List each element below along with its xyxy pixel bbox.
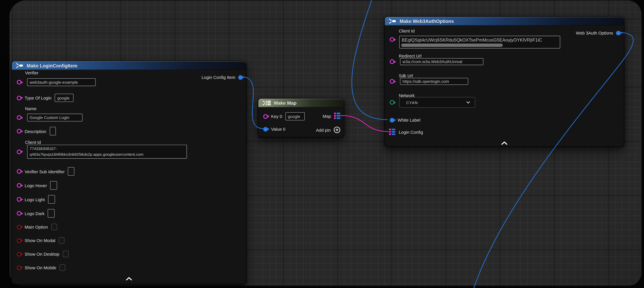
make-struct-icon (16, 63, 24, 68)
name-pin[interactable] (17, 115, 21, 120)
node-header[interactable]: Make LoginConfigItem (12, 61, 246, 70)
logo-hover-pin[interactable] (17, 183, 21, 188)
make-struct-icon (388, 19, 397, 24)
pin-label: Logo Light (25, 197, 45, 202)
name-input[interactable]: Google Custom Login (27, 114, 82, 121)
client-id-scrollbar[interactable] (401, 44, 503, 47)
network-dropdown[interactable]: CYAN (399, 97, 475, 108)
network-pin[interactable] (390, 100, 394, 105)
show-on-mobile-checkbox[interactable] (60, 264, 65, 271)
dropdown-chevron-icon (466, 101, 470, 104)
sdk-url-pin[interactable] (390, 79, 394, 84)
pin-label: Show On Desktop (25, 251, 60, 256)
pin-label: Logo Dark (25, 211, 44, 216)
collapse-chevron-icon[interactable] (501, 141, 508, 145)
show-on-desktop-checkbox[interactable] (63, 251, 68, 257)
type-of-login-input[interactable]: google (55, 94, 74, 102)
node-title: Make Map (274, 101, 296, 106)
node-title: Make LoginConfigItem (27, 63, 77, 68)
output-pin-label: Web 3Auth Options (576, 31, 613, 36)
pin-label: Logo Hover (25, 183, 47, 188)
node-header[interactable]: Make Map (258, 99, 344, 107)
pin-label: Show On Mobile (25, 265, 56, 270)
collapse-chevron-icon[interactable] (126, 277, 132, 280)
show-on-desktop-pin[interactable] (17, 252, 21, 256)
pin-label: Verifier (25, 70, 38, 76)
login-config-map-pin[interactable] (389, 129, 396, 136)
client-id-input[interactable]: 774338308167-q463s7kpvja16l4l0kko3nb925i… (27, 145, 187, 159)
logo-dark-pin[interactable] (17, 211, 21, 215)
verifier-pin[interactable] (17, 80, 21, 84)
client-id-pin[interactable] (390, 37, 394, 42)
pin-label: Type Of Login (25, 95, 52, 100)
client-id-input[interactable]: BEglQSgt4cUWcj6SKRdu5QkOXTsePmMcusG5EAoy… (399, 36, 560, 49)
pin-label: Value 0 (271, 127, 286, 132)
client-id-pin[interactable] (17, 149, 21, 154)
output-pin-label: Login Config Item (202, 75, 235, 80)
pin-label: Show On Modal (25, 238, 56, 243)
client-id-text: BEglQSgt4cUWcj6SKRdu5QkOXTsePmMcusG5EAoy… (402, 38, 559, 43)
make-map-icon (262, 100, 271, 106)
show-on-modal-pin[interactable] (17, 238, 21, 243)
node-header[interactable]: Make Web3AuthOptions (385, 17, 624, 26)
key0-pin[interactable] (263, 114, 268, 119)
description-pin[interactable] (17, 129, 21, 133)
network-selected-value: CYAN (406, 100, 418, 105)
node-title: Make Web3AuthOptions (400, 19, 454, 24)
add-pin-label: Add pin (316, 127, 331, 132)
client-id-line1: 774338308167- (30, 146, 57, 152)
redirect-url-input[interactable]: w3a://com.w3a.Web3AuthUnreal (400, 58, 484, 65)
verifier-sub-identifier-input[interactable] (68, 167, 74, 176)
pin-label: Key 0 (271, 114, 282, 119)
pin-label: Sdk Url (399, 73, 413, 78)
output-pin-label: Map (322, 113, 331, 118)
web3auth-options-output-pin[interactable] (616, 31, 620, 35)
logo-light-input[interactable] (48, 195, 55, 204)
verifier-input[interactable]: web3auth-google-example (27, 78, 96, 86)
value0-pin[interactable] (263, 127, 268, 131)
add-pin-icon[interactable] (334, 126, 340, 133)
node-make-loginconfigitem[interactable]: Make LoginConfigItem Login Config Item V… (12, 61, 246, 284)
white-label-pin[interactable] (390, 118, 394, 122)
key0-input[interactable]: google (286, 112, 305, 120)
pin-label: White Label (398, 118, 420, 123)
login-config-item-output-pin[interactable] (238, 75, 243, 80)
sdk-url-input[interactable]: https://sdk.openlogin.com (400, 78, 468, 85)
client-id-line2: q463s7kpvja16l4l0kko3nb925ikds2p.apps.go… (30, 152, 144, 157)
pin-label: Name (25, 106, 36, 111)
logo-dark-input[interactable] (48, 209, 55, 218)
pin-label: Login Config (399, 130, 423, 134)
main-option-checkbox[interactable] (51, 224, 57, 230)
pin-label: Client Id (25, 139, 41, 145)
pin-label: Main Option (25, 224, 48, 229)
pin-label: Description (25, 129, 46, 134)
logo-light-pin[interactable] (17, 197, 21, 202)
description-input[interactable] (50, 127, 56, 135)
logo-hover-input[interactable] (50, 181, 57, 190)
pin-label: Client Id (399, 28, 414, 34)
node-make-map[interactable]: Make Map Key 0 google Map Value 0 Add pi… (258, 98, 344, 137)
pin-label: Redirect Url (399, 53, 422, 59)
blueprint-graph-viewport[interactable]: Make LoginConfigItem Login Config Item V… (0, 0, 644, 288)
node-make-web3authoptions[interactable]: Make Web3AuthOptions Web 3Auth Options C… (384, 17, 624, 147)
type-of-login-pin[interactable] (17, 96, 21, 100)
verifier-sub-identifier-pin[interactable] (17, 169, 21, 174)
main-option-pin[interactable] (17, 225, 21, 229)
show-on-mobile-pin[interactable] (17, 265, 21, 270)
map-output-pin[interactable] (334, 112, 340, 119)
redirect-url-pin[interactable] (390, 59, 394, 64)
pin-label: Verifier Sub Identifier (25, 169, 65, 174)
show-on-modal-checkbox[interactable] (59, 237, 64, 244)
